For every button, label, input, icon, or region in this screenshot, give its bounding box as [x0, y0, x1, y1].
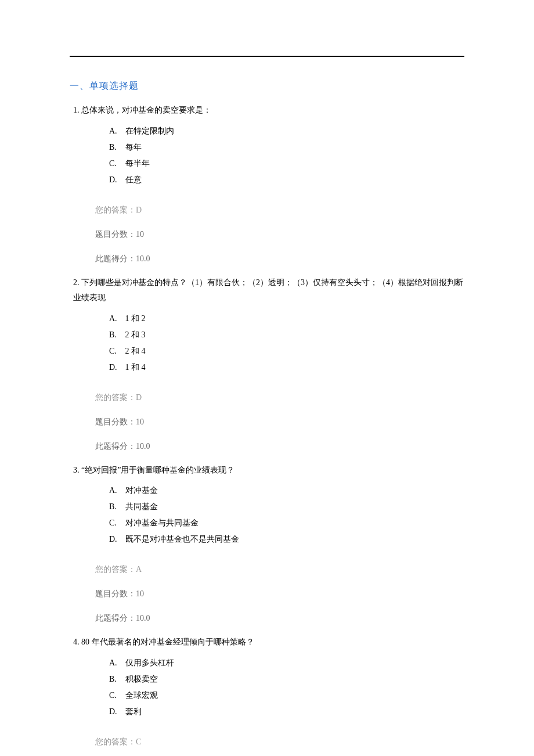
option-row: D. 套利 — [109, 704, 464, 720]
your-answer-line: 您的答案：D — [95, 202, 464, 218]
option-letter: B. — [109, 139, 123, 156]
option-text: 既不是对冲基金也不是共同基金 — [125, 535, 239, 543]
question-block: 4. 80 年代最著名的对冲基金经理倾向于哪种策略？ A. 仅用多头杠杆 B. … — [70, 635, 464, 756]
your-answer-value: D — [136, 393, 142, 402]
option-row: A. 1 和 2 — [109, 311, 464, 327]
your-answer-value: A — [136, 565, 142, 574]
question-text: 下列哪些是对冲基金的特点？（1）有限合伙；（2）透明；（3）仅持有空头头寸；（4… — [73, 278, 463, 303]
option-row: A. 仅用多头杠杆 — [109, 655, 464, 671]
your-answer-label: 您的答案： — [95, 393, 136, 402]
option-row: D. 既不是对冲基金也不是共同基金 — [109, 531, 464, 548]
question-number: 2. — [73, 278, 80, 287]
earned-points-label: 此题得分： — [95, 614, 136, 622]
your-answer-line: 您的答案：D — [95, 390, 464, 406]
options-list: A. 1 和 2 B. 2 和 3 C. 2 和 4 D. 1 和 4 — [70, 311, 464, 376]
section-title: 一、单项选择题 — [70, 80, 464, 92]
option-text: 对冲基金 — [125, 486, 158, 495]
earned-points-value: 10.0 — [136, 442, 150, 451]
option-row: D. 1 和 4 — [109, 359, 464, 376]
earned-points-value: 10.0 — [136, 614, 150, 622]
question-stem: 4. 80 年代最著名的对冲基金经理倾向于哪种策略？ — [70, 635, 464, 650]
option-letter: C. — [109, 515, 123, 531]
option-text: 对冲基金与共同基金 — [125, 519, 199, 527]
document-page: 一、单项选择题 1. 总体来说，对冲基金的卖空要求是： A. 在特定限制内 B.… — [0, 0, 534, 756]
question-block: 1. 总体来说，对冲基金的卖空要求是： A. 在特定限制内 B. 每年 C. 每… — [70, 103, 464, 267]
question-stem: 1. 总体来说，对冲基金的卖空要求是： — [70, 103, 464, 118]
feedback-block: 您的答案：C 题目分数：10 — [70, 734, 464, 756]
options-list: A. 在特定限制内 B. 每年 C. 每半年 D. 任意 — [70, 123, 464, 188]
option-row: C. 对冲基金与共同基金 — [109, 515, 464, 531]
option-text: 积极卖空 — [125, 675, 158, 683]
earned-points-line: 此题得分：10.0 — [95, 251, 464, 267]
option-row: B. 每年 — [109, 139, 464, 156]
option-text: 1 和 4 — [125, 363, 146, 372]
question-block: 3. “绝对回报”用于衡量哪种基金的业绩表现？ A. 对冲基金 B. 共同基金 … — [70, 463, 464, 627]
your-answer-label: 您的答案： — [95, 565, 136, 574]
question-points-value: 10 — [136, 230, 144, 239]
option-letter: C. — [109, 156, 123, 172]
question-stem: 3. “绝对回报”用于衡量哪种基金的业绩表现？ — [70, 463, 464, 478]
question-points-value: 10 — [136, 589, 144, 598]
question-text: 总体来说，对冲基金的卖空要求是： — [81, 106, 211, 114]
question-number: 3. — [73, 466, 80, 474]
option-row: C. 2 和 4 — [109, 343, 464, 359]
option-row: C. 每半年 — [109, 156, 464, 172]
option-row: B. 2 和 3 — [109, 327, 464, 343]
question-points-line: 题目分数：10 — [95, 586, 464, 602]
your-answer-label: 您的答案： — [95, 737, 136, 746]
question-number: 1. — [73, 106, 80, 114]
option-text: 共同基金 — [125, 502, 158, 511]
feedback-block: 您的答案：A 题目分数：10 此题得分：10.0 — [70, 561, 464, 627]
option-letter: D. — [109, 531, 123, 548]
question-points-line: 题目分数：10 — [95, 414, 464, 430]
earned-points-label: 此题得分： — [95, 442, 136, 451]
option-text: 套利 — [125, 707, 142, 716]
option-row: D. 任意 — [109, 172, 464, 188]
option-letter: A. — [109, 123, 123, 139]
question-points-value: 10 — [136, 417, 144, 426]
your-answer-line: 您的答案：A — [95, 561, 464, 578]
option-text: 2 和 3 — [125, 330, 146, 339]
option-letter: B. — [109, 671, 123, 687]
option-text: 每半年 — [125, 159, 150, 168]
option-text: 1 和 2 — [125, 314, 146, 323]
question-points-line: 题目分数：10 — [95, 226, 464, 243]
option-text: 每年 — [125, 143, 142, 152]
question-points-label: 题目分数： — [95, 230, 136, 239]
earned-points-line: 此题得分：10.0 — [95, 438, 464, 455]
option-row: B. 积极卖空 — [109, 671, 464, 687]
option-letter: B. — [109, 327, 123, 343]
options-list: A. 仅用多头杠杆 B. 积极卖空 C. 全球宏观 D. 套利 — [70, 655, 464, 720]
feedback-block: 您的答案：D 题目分数：10 此题得分：10.0 — [70, 202, 464, 267]
option-letter: A. — [109, 311, 123, 327]
question-block: 2. 下列哪些是对冲基金的特点？（1）有限合伙；（2）透明；（3）仅持有空头头寸… — [70, 275, 464, 455]
option-letter: A. — [109, 483, 123, 499]
option-letter: C. — [109, 687, 123, 704]
your-answer-value: D — [136, 206, 142, 214]
question-text: “绝对回报”用于衡量哪种基金的业绩表现？ — [81, 466, 234, 474]
question-number: 4. — [73, 638, 80, 646]
question-stem: 2. 下列哪些是对冲基金的特点？（1）有限合伙；（2）透明；（3）仅持有空头头寸… — [70, 275, 464, 306]
your-answer-value: C — [136, 737, 141, 746]
earned-points-line: 此题得分：10.0 — [95, 610, 464, 627]
feedback-block: 您的答案：D 题目分数：10 此题得分：10.0 — [70, 390, 464, 455]
option-text: 任意 — [125, 175, 142, 184]
option-row: C. 全球宏观 — [109, 687, 464, 704]
option-letter: B. — [109, 499, 123, 515]
option-letter: C. — [109, 343, 123, 359]
option-letter: D. — [109, 172, 123, 188]
option-letter: A. — [109, 655, 123, 671]
option-letter: D. — [109, 704, 123, 720]
option-text: 全球宏观 — [125, 691, 158, 700]
your-answer-line: 您的答案：C — [95, 734, 464, 750]
earned-points-value: 10.0 — [136, 254, 150, 263]
top-rule — [70, 56, 464, 57]
earned-points-label: 此题得分： — [95, 254, 136, 263]
question-points-label: 题目分数： — [95, 417, 136, 426]
option-text: 在特定限制内 — [125, 127, 174, 135]
question-text: 80 年代最著名的对冲基金经理倾向于哪种策略？ — [81, 638, 254, 646]
your-answer-label: 您的答案： — [95, 206, 136, 214]
options-list: A. 对冲基金 B. 共同基金 C. 对冲基金与共同基金 D. 既不是对冲基金也… — [70, 483, 464, 548]
option-row: A. 对冲基金 — [109, 483, 464, 499]
option-text: 2 和 4 — [125, 347, 146, 355]
